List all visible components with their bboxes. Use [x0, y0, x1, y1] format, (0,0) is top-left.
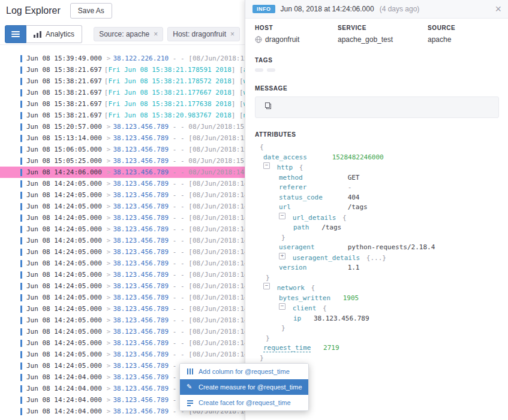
expand-caret-icon[interactable]: >	[107, 214, 111, 222]
attribute-key[interactable]: referer	[279, 183, 335, 193]
service-value[interactable]: apache_gob_test	[338, 35, 393, 44]
attribute-key[interactable]: useragent_details	[293, 254, 360, 262]
expand-caret-icon[interactable]: >	[107, 294, 111, 301]
expand-caret-icon[interactable]: >	[107, 55, 111, 62]
analytics-button[interactable]: Analytics	[26, 25, 82, 43]
attribute-line[interactable]: }	[255, 273, 499, 283]
attribute-key[interactable]: client	[293, 304, 317, 312]
expand-caret-icon[interactable]: >	[107, 237, 111, 244]
expand-caret-icon[interactable]: >	[107, 385, 111, 392]
log-row[interactable]: Jun 08 15:38:21.697 [ Fri Jun 08 15:38:2…	[0, 64, 245, 75]
attribute-key[interactable]: request_time	[263, 344, 311, 352]
log-row[interactable]: Jun 08 15:38:21.697 [ Fri Jun 08 15:38:2…	[0, 98, 245, 110]
log-row[interactable]: Jun 08 15:13:14.000 > 38.123.456.789 - -…	[0, 132, 245, 144]
log-row[interactable]: Jun 08 15:38:21.697 [ Fri Jun 08 15:38:2…	[0, 75, 245, 87]
context-menu-item[interactable]: Create facet for @request_time	[180, 395, 308, 410]
log-row[interactable]: Jun 08 14:24:05.000 > 38.123.456.789 - -…	[0, 303, 245, 315]
attribute-line[interactable]: }	[255, 334, 499, 344]
toggle-icon[interactable]	[263, 283, 270, 289]
attribute-key[interactable]: status_code	[279, 193, 335, 203]
log-row[interactable]: Jun 08 14:24:05.000 > 38.123.456.789 - -…	[0, 201, 245, 212]
expand-caret-icon[interactable]: >	[107, 316, 111, 324]
log-row[interactable]: Jun 08 14:24:05.000 > 38.123.456.789 - -…	[0, 223, 245, 235]
log-row[interactable]: Jun 08 15:05:25.000 > 38.123.456.789 - -…	[0, 155, 245, 167]
toggle-icon[interactable]	[279, 303, 285, 310]
expand-caret-icon[interactable]: >	[107, 146, 111, 153]
attribute-line[interactable]: date_access 1528482246000	[255, 153, 499, 163]
expand-caret-icon[interactable]: >	[107, 396, 111, 404]
filter-pill-host[interactable]: Host: dragonfruit ×	[167, 27, 240, 41]
toggle-icon[interactable]	[279, 213, 285, 219]
context-menu-item[interactable]: Add column for @request_time	[180, 364, 308, 379]
attribute-key[interactable]: http	[277, 164, 293, 171]
attribute-line[interactable]: ip 38.123.456.789	[255, 314, 499, 324]
expand-caret-icon[interactable]: >	[107, 305, 111, 313]
save-as-button[interactable]: Save As	[70, 3, 112, 19]
attribute-line[interactable]: }	[255, 353, 499, 364]
log-row[interactable]: Jun 08 14:24:05.000 > 38.123.456.789 - -…	[0, 326, 245, 337]
log-row[interactable]: Jun 08 15:20:57.000 > 38.123.456.789 - -…	[0, 121, 245, 132]
expand-caret-icon[interactable]: >	[107, 203, 111, 210]
attribute-line[interactable]: status_code 404	[255, 193, 499, 203]
attribute-line[interactable]: network {	[255, 283, 499, 294]
expand-caret-icon[interactable]: >	[107, 350, 111, 358]
attribute-key[interactable]: ip	[293, 315, 301, 322]
expand-caret-icon[interactable]: >	[107, 339, 111, 347]
expand-caret-icon[interactable]: >	[107, 328, 111, 336]
log-row[interactable]: Jun 08 14:24:05.000 > 38.123.456.789 - -…	[0, 235, 245, 246]
search-bar[interactable]: Source: apache × Host: dragonfruit ×	[89, 27, 240, 41]
log-row[interactable]: Jun 08 14:24:05.000 > 38.123.456.789 - -…	[0, 337, 245, 349]
expand-caret-icon[interactable]: >	[107, 168, 111, 176]
log-row[interactable]: Jun 08 15:06:05.000 > 38.123.456.789 - -…	[0, 144, 245, 155]
log-row[interactable]: Jun 08 15:38:21.697 [ Fri Jun 08 15:38:2…	[0, 87, 245, 98]
log-row[interactable]: Jun 08 14:24:05.000 > 38.123.456.789 - -…	[0, 258, 245, 269]
log-row[interactable]: Jun 08 15:38:21.697 [ Fri Jun 08 15:38:2…	[0, 110, 245, 121]
expand-caret-icon[interactable]: >	[107, 191, 111, 199]
attribute-line[interactable]: url /tags	[255, 203, 499, 213]
attribute-key[interactable]: useragent	[279, 243, 335, 253]
log-row[interactable]: Jun 08 14:24:05.000 > 38.123.456.789 - -…	[0, 212, 245, 223]
log-row[interactable]: Jun 08 15:39:49.000 > 38.122.226.210 - -…	[0, 53, 245, 64]
tag-pill[interactable]	[267, 68, 275, 72]
toggle-icon[interactable]	[279, 253, 285, 259]
attribute-key[interactable]: version	[279, 263, 335, 273]
expand-caret-icon[interactable]: >	[107, 225, 111, 233]
log-row[interactable]: Jun 08 14:24:05.000 > 38.123.456.789 - -…	[0, 189, 245, 201]
attribute-key[interactable]: date_access	[263, 153, 320, 163]
expand-caret-icon[interactable]: >	[107, 157, 111, 165]
attribute-line[interactable]: referer -	[255, 183, 499, 193]
attribute-key[interactable]: url	[279, 203, 335, 213]
attribute-key[interactable]: path	[293, 223, 309, 231]
expand-caret-icon[interactable]: >	[107, 373, 111, 381]
expand-caret-icon[interactable]: >	[107, 362, 111, 370]
log-row[interactable]: Jun 08 14:24:05.000 > 38.123.456.789 - -…	[0, 292, 245, 303]
host-value[interactable]: dragonfruit	[265, 35, 299, 44]
toggle-icon[interactable]	[263, 162, 270, 169]
log-row[interactable]: Jun 08 14:24:05.000 > 38.123.456.789 - -…	[0, 315, 245, 326]
attribute-key[interactable]: method	[279, 173, 335, 183]
attribute-line[interactable]: path /tags	[255, 223, 499, 233]
expand-caret-icon[interactable]: >	[107, 282, 111, 290]
attribute-key[interactable]: network	[277, 284, 305, 292]
copy-icon[interactable]	[264, 102, 272, 113]
attribute-line[interactable]: }	[255, 324, 499, 334]
expand-caret-icon[interactable]: >	[107, 259, 111, 267]
attribute-key[interactable]: url_details	[293, 214, 336, 222]
source-value[interactable]: apache	[428, 35, 451, 44]
remove-filter-icon[interactable]: ×	[230, 30, 235, 38]
expand-caret-icon[interactable]: >	[107, 271, 111, 279]
remove-filter-icon[interactable]: ×	[154, 30, 158, 38]
expand-caret-icon[interactable]: >	[107, 134, 111, 142]
expand-caret-icon[interactable]: >	[107, 248, 111, 256]
attribute-line[interactable]: useragent python-requests/2.18.4	[255, 243, 499, 253]
close-icon[interactable]: ×	[495, 4, 501, 14]
log-row[interactable]: Jun 08 14:24:05.000 > 38.123.456.789 - -…	[0, 178, 245, 189]
attribute-line[interactable]: useragent_details {...}	[255, 253, 499, 264]
attribute-line[interactable]: version 1.1	[255, 263, 499, 273]
expand-caret-icon[interactable]: >	[107, 123, 111, 131]
attribute-line[interactable]: request_time 2719	[255, 343, 499, 353]
log-row[interactable]: Jun 08 14:24:05.000 > 38.123.456.789 - -…	[0, 246, 245, 258]
log-row[interactable]: Jun 08 14:24:06.000 > 38.123.456.789 - -…	[0, 167, 245, 178]
attribute-line[interactable]: {	[255, 143, 499, 153]
expand-caret-icon[interactable]: >	[107, 407, 111, 415]
